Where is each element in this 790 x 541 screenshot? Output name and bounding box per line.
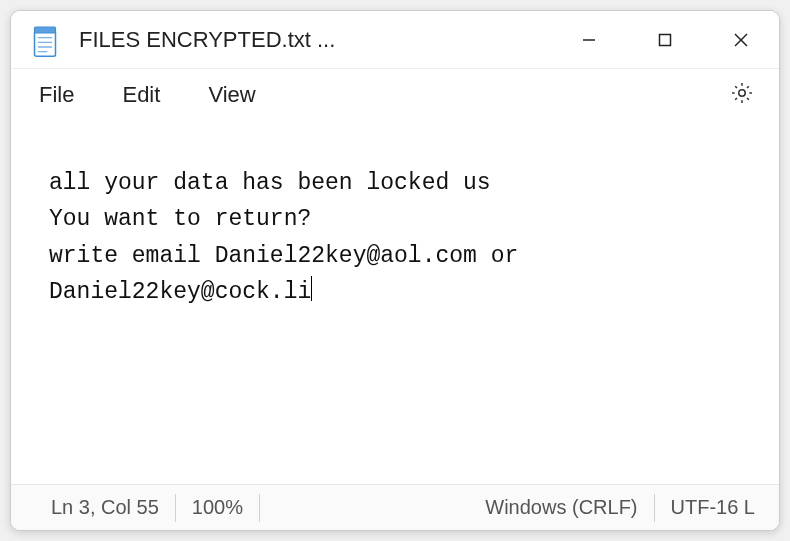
notepad-icon (31, 26, 59, 54)
status-encoding: UTF-16 L (655, 494, 771, 522)
svg-rect-7 (660, 34, 671, 45)
text-cursor (311, 276, 312, 301)
status-line-ending: Windows (CRLF) (469, 494, 653, 522)
svg-rect-0 (34, 30, 55, 56)
notepad-window: FILES ENCRYPTED.txt ... File Edit View (10, 10, 780, 531)
close-button[interactable] (703, 11, 779, 68)
svg-rect-1 (34, 27, 55, 33)
window-controls (551, 11, 779, 68)
window-title: FILES ENCRYPTED.txt ... (79, 27, 551, 53)
status-separator (259, 494, 260, 522)
document-text: all your data has been locked us You wan… (49, 170, 532, 305)
menubar: File Edit View (11, 69, 779, 121)
minimize-button[interactable] (551, 11, 627, 68)
status-zoom[interactable]: 100% (176, 494, 259, 522)
titlebar: FILES ENCRYPTED.txt ... (11, 11, 779, 69)
menu-edit[interactable]: Edit (108, 82, 194, 108)
gear-icon (729, 92, 755, 109)
menu-file[interactable]: File (29, 82, 108, 108)
text-content[interactable]: all your data has been locked us You wan… (11, 121, 779, 484)
statusbar: Ln 3, Col 55 100% Windows (CRLF) UTF-16 … (11, 484, 779, 530)
maximize-button[interactable] (627, 11, 703, 68)
status-position: Ln 3, Col 55 (35, 494, 175, 522)
settings-button[interactable] (723, 74, 761, 116)
svg-point-10 (739, 90, 746, 97)
menu-view[interactable]: View (194, 82, 289, 108)
